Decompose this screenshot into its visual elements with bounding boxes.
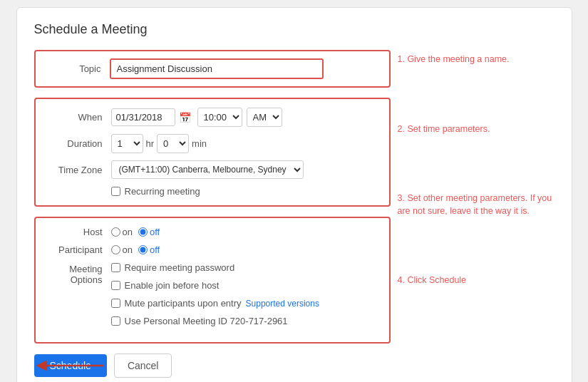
mute-label: Mute participants upon entry [125, 298, 242, 309]
hint-2: 2. Set time parameters. [398, 123, 555, 136]
duration-min-select[interactable]: 0 15 30 45 [157, 134, 189, 153]
duration-label: Duration [47, 138, 111, 149]
date-input[interactable] [111, 108, 175, 126]
join-before-label: Enable join before host [125, 280, 220, 291]
duration-row: Duration 1 2 hr 0 15 30 45 min [47, 134, 378, 153]
option-password-row: Require meeting password [111, 262, 319, 273]
meeting-options-label: Meeting Options [47, 262, 111, 285]
participant-label: Participant [47, 244, 111, 255]
time-section-box: When 📅 10:00 10:30 AM PM Duration [34, 98, 391, 207]
join-before-checkbox[interactable] [111, 281, 120, 290]
host-on-option: on [111, 227, 133, 237]
personal-id-label: Use Personal Meeting ID 720-717-2961 [125, 316, 288, 326]
supported-versions-link[interactable]: Supported versions [246, 299, 319, 309]
topic-section-box: Topic [34, 50, 391, 88]
hint-4: 4. Click Schedule [398, 274, 555, 287]
button-row: Schedule Cancel [34, 353, 391, 378]
timezone-select[interactable]: (GMT+11:00) Canberra, Melbourne, Sydney [111, 160, 304, 179]
topic-row: Topic [46, 58, 379, 79]
recurring-label: Recurring meeting [125, 186, 200, 197]
page-container: Schedule a Meeting Topic When 📅 10:00 [16, 7, 572, 382]
ampm-select[interactable]: AM PM [247, 108, 282, 127]
min-label: min [192, 138, 207, 149]
host-row: Host on off [47, 227, 378, 237]
hint-4-text: 4. Click Schedule [398, 275, 467, 285]
host-label: Host [47, 227, 111, 237]
participant-radio-group: on off [111, 244, 160, 255]
meeting-options-row: Meeting Options Require meeting password… [47, 262, 378, 334]
timezone-row: Time Zone (GMT+11:00) Canberra, Melbourn… [47, 160, 378, 179]
when-row: When 📅 10:00 10:30 AM PM [47, 108, 378, 127]
host-on-radio[interactable] [111, 227, 120, 237]
form-area: Topic When 📅 10:00 10:30 AM [34, 50, 391, 378]
page-title: Schedule a Meeting [34, 22, 555, 37]
participant-on-radio[interactable] [111, 245, 120, 254]
password-label: Require meeting password [125, 262, 235, 273]
hint-3: 3. Set other meeting parameters. If you … [398, 192, 555, 217]
hr-label: hr [146, 138, 155, 149]
hint-1-text: 1. Give the meeting a name. [398, 54, 510, 64]
participant-off-option: off [138, 244, 160, 255]
host-radio-group: on off [111, 227, 160, 237]
time-select[interactable]: 10:00 10:30 [197, 108, 242, 127]
personal-id-checkbox[interactable] [111, 316, 120, 326]
timezone-label: Time Zone [47, 165, 111, 175]
hint-1: 1. Give the meeting a name. [398, 53, 555, 66]
host-off-radio[interactable] [138, 227, 148, 237]
duration-hr-select[interactable]: 1 2 [111, 134, 143, 153]
mute-checkbox[interactable] [111, 299, 120, 308]
cancel-button[interactable]: Cancel [114, 353, 172, 378]
participant-row: Participant on off [47, 244, 378, 255]
cancel-wrapper: Cancel [114, 353, 172, 378]
participant-on-option: on [111, 244, 133, 255]
participant-off-radio[interactable] [138, 245, 148, 254]
hints-area: 1. Give the meeting a name. 2. Set time … [398, 50, 555, 378]
topic-label: Topic [46, 63, 110, 74]
password-checkbox[interactable] [111, 263, 120, 272]
option-mute-row: Mute participants upon entry Supported v… [111, 298, 319, 309]
recurring-checkbox[interactable] [111, 187, 120, 196]
host-off-option: off [138, 227, 160, 237]
meeting-options-checks: Require meeting password Enable join bef… [111, 262, 319, 334]
params-section-box: Host on off Participant [34, 217, 391, 344]
option-join-row: Enable join before host [111, 280, 319, 291]
topic-input[interactable] [110, 58, 324, 79]
when-label: When [47, 112, 111, 123]
calendar-icon[interactable]: 📅 [177, 110, 193, 125]
recurring-row: Recurring meeting [47, 186, 378, 197]
schedule-button[interactable]: Schedule [34, 354, 107, 377]
main-layout: Topic When 📅 10:00 10:30 AM [34, 50, 555, 378]
option-personal-id-row: Use Personal Meeting ID 720-717-2961 [111, 316, 319, 326]
hint-2-text: 2. Set time parameters. [398, 124, 490, 134]
hint-3-text: 3. Set other meeting parameters. If you … [398, 193, 552, 216]
